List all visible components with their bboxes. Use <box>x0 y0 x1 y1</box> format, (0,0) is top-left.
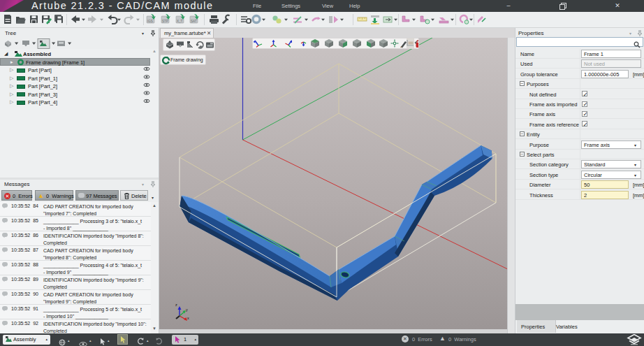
svg-text:STP: STP <box>162 20 168 23</box>
svg-text:z: z <box>175 303 177 307</box>
svg-text:SAT: SAT <box>191 20 197 23</box>
svg-text:x: x <box>187 316 189 320</box>
svg-text:X_T: X_T <box>177 20 183 23</box>
svg-text:y: y <box>186 308 188 312</box>
svg-text:IGS: IGS <box>147 20 153 23</box>
